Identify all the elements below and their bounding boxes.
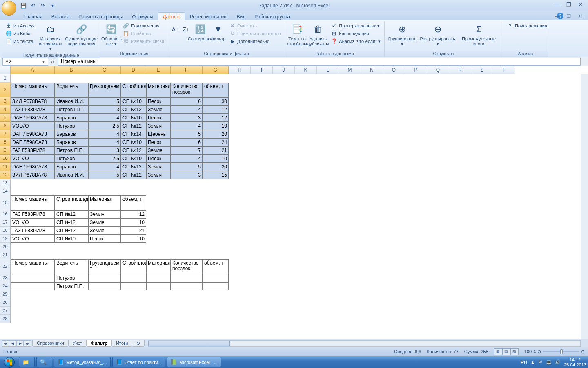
- cell[interactable]: [171, 282, 203, 290]
- what-if-button[interactable]: ❓Анализ "что-если" ▾: [330, 38, 382, 45]
- cell[interactable]: 30: [203, 97, 229, 105]
- taskbar-item[interactable]: 📁: [19, 357, 35, 367]
- cell[interactable]: Номер машины: [11, 259, 55, 274]
- column-header[interactable]: C: [88, 66, 121, 74]
- start-button[interactable]: [2, 356, 17, 368]
- subtotal-button[interactable]: ΣПромежуточные итоги: [457, 22, 500, 47]
- cell[interactable]: DAF Л598СА78: [11, 114, 55, 122]
- cell[interactable]: Песок: [146, 97, 171, 105]
- cell[interactable]: СП №12: [121, 171, 146, 179]
- row-header[interactable]: 10: [0, 155, 10, 163]
- cell[interactable]: 21: [121, 227, 146, 235]
- cell[interactable]: DAF Л598СА78: [11, 163, 55, 171]
- group-button[interactable]: ⊕Группировать ▾: [387, 22, 418, 47]
- text-to-columns-button[interactable]: 📑Текст по столбцам: [287, 22, 307, 47]
- cell[interactable]: Песок: [146, 155, 171, 163]
- cell[interactable]: Иванов И.И.: [55, 97, 88, 105]
- cell[interactable]: [121, 274, 146, 282]
- row-header[interactable]: 17: [0, 218, 10, 227]
- cell[interactable]: 6: [171, 97, 203, 105]
- cell[interactable]: Стройплощадка: [55, 195, 88, 210]
- cell[interactable]: 4: [88, 138, 121, 146]
- cell[interactable]: 4: [171, 122, 203, 130]
- row-header[interactable]: 28: [0, 315, 10, 323]
- cell[interactable]: Номер машины: [11, 83, 55, 97]
- ribbon-tab-6[interactable]: Вид: [232, 13, 249, 20]
- refresh-all-button[interactable]: 🔄Обновить все ▾: [103, 22, 120, 47]
- workbook-minimize-button[interactable]: —: [552, 12, 563, 20]
- undo-icon[interactable]: ↶: [29, 2, 37, 9]
- column-header[interactable]: B: [55, 66, 88, 74]
- row-header[interactable]: 16: [0, 210, 10, 218]
- cell[interactable]: Земля: [146, 163, 171, 171]
- sheet-nav-prev[interactable]: ◀: [9, 340, 16, 347]
- column-header[interactable]: R: [449, 66, 471, 74]
- cell[interactable]: Земля: [88, 227, 121, 235]
- filter-button[interactable]: ▼Фильтр: [210, 22, 226, 42]
- cell[interactable]: Стройплощадка: [121, 83, 146, 97]
- cell[interactable]: ЗИЛ Р678ВА78: [11, 97, 55, 105]
- consolidate-button[interactable]: ⊞Консолидация: [330, 30, 382, 37]
- column-header[interactable]: F: [171, 66, 203, 74]
- taskbar-item[interactable]: 📗Microsoft Excel - ...: [167, 357, 221, 367]
- cell[interactable]: 2,5: [88, 122, 121, 130]
- cell[interactable]: Петров П.П.: [55, 146, 88, 155]
- cell[interactable]: 10: [121, 235, 146, 243]
- column-header[interactable]: Q: [427, 66, 449, 74]
- cell[interactable]: 10: [203, 155, 229, 163]
- cell[interactable]: ГАЗ Г583РИ78: [11, 146, 55, 155]
- row-header[interactable]: 5: [0, 114, 10, 122]
- cell[interactable]: 20: [203, 163, 229, 171]
- column-header[interactable]: G: [203, 66, 229, 74]
- cell[interactable]: 2,5: [88, 155, 121, 163]
- new-sheet-button[interactable]: ⊕: [132, 340, 145, 347]
- save-icon[interactable]: 💾: [20, 2, 27, 9]
- cell[interactable]: Баранов: [55, 114, 88, 122]
- cell[interactable]: 12: [203, 105, 229, 114]
- ribbon-tab-0[interactable]: Главная: [20, 13, 47, 20]
- zoom-slider[interactable]: [543, 351, 579, 352]
- row-header[interactable]: 12: [0, 171, 10, 179]
- row-header[interactable]: 20: [0, 243, 10, 251]
- cell[interactable]: [11, 282, 55, 290]
- row-header[interactable]: 13: [0, 179, 10, 187]
- cell[interactable]: VOLVO: [11, 235, 55, 243]
- cell[interactable]: СП №14: [121, 130, 146, 138]
- row-header[interactable]: 9: [0, 146, 10, 155]
- normal-view-button[interactable]: ▦: [494, 348, 502, 355]
- dropdown-icon[interactable]: ▼: [42, 60, 45, 64]
- cell[interactable]: 3: [88, 105, 121, 114]
- row-header[interactable]: 27: [0, 307, 10, 315]
- cell[interactable]: Песок: [146, 138, 171, 146]
- cell[interactable]: Иванов И.И.: [55, 171, 88, 179]
- cell[interactable]: Грузоподъемность, т: [88, 259, 121, 274]
- cell[interactable]: 12: [203, 114, 229, 122]
- cell[interactable]: СП №10: [121, 138, 146, 146]
- cell[interactable]: Земля: [146, 146, 171, 155]
- cell[interactable]: Баранов: [55, 138, 88, 146]
- cell[interactable]: 5: [171, 130, 203, 138]
- sheet-nav-next[interactable]: ▶: [16, 340, 24, 347]
- row-header[interactable]: 7: [0, 130, 10, 138]
- column-header[interactable]: K: [295, 66, 317, 74]
- cell[interactable]: 4: [171, 105, 203, 114]
- cell[interactable]: ГАЗ Г583РИ78: [11, 210, 55, 218]
- taskbar-item[interactable]: 🔍: [36, 357, 52, 367]
- sort-asc-button[interactable]: A↓: [171, 22, 180, 37]
- spreadsheet-grid[interactable]: ABCDEFGHIJKLMNOPQRST 1234567891011121314…: [0, 66, 588, 339]
- qat-dropdown-icon[interactable]: ▾: [49, 2, 56, 9]
- cell[interactable]: Баранов: [55, 163, 88, 171]
- page-layout-button[interactable]: ▤: [502, 348, 510, 355]
- cell[interactable]: 10: [121, 218, 146, 227]
- cell[interactable]: СП №12: [121, 122, 146, 130]
- sheet-tab[interactable]: Итоги: [111, 340, 132, 347]
- fx-icon[interactable]: fx: [48, 59, 58, 65]
- row-header[interactable]: 19: [0, 235, 10, 243]
- cell[interactable]: [88, 282, 121, 290]
- column-header[interactable]: E: [146, 66, 171, 74]
- row-header[interactable]: 18: [0, 227, 10, 235]
- cell[interactable]: Земля: [146, 122, 171, 130]
- ribbon-tab-7[interactable]: Рабочая группа: [250, 13, 294, 20]
- ribbon-tab-1[interactable]: Вставка: [47, 13, 74, 20]
- sheet-nav-first[interactable]: ⏮: [2, 340, 9, 347]
